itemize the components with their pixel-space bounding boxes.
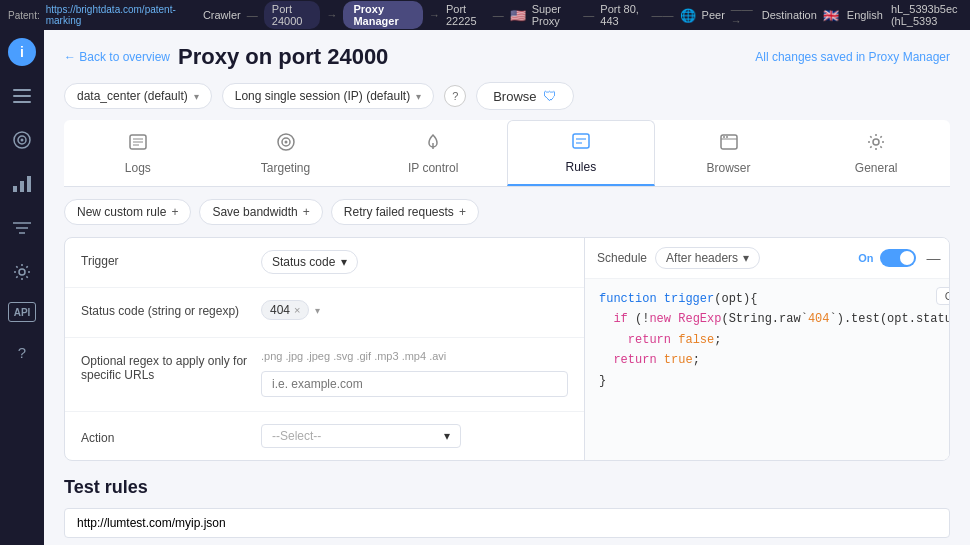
session-type-chevron-icon: ▾ (416, 91, 421, 102)
sidebar-item-filters[interactable] (8, 214, 36, 242)
session-type-label: Long single session (IP) (default) (235, 89, 410, 103)
browser-icon (719, 132, 739, 157)
ip-control-icon (423, 132, 443, 157)
code-header: Schedule After headers ▾ On — (585, 238, 950, 279)
tab-browser[interactable]: Browser (655, 120, 803, 186)
test-url-input[interactable] (64, 508, 950, 538)
schedule-select[interactable]: After headers ▾ (655, 247, 760, 269)
toggle-on-label: On (858, 252, 873, 264)
page: ← Back to overview Proxy on port 24000 A… (44, 30, 970, 545)
optional-regex-row: Optional regex to apply only for specifi… (65, 338, 584, 412)
code-line-1: function trigger(opt){ (599, 289, 950, 309)
save-bandwidth-button[interactable]: Save bandwidth + (199, 199, 322, 225)
action-row: Action --Select-- ▾ (65, 412, 584, 460)
code-line-5: } (599, 371, 950, 391)
sidebar-item-info[interactable]: i (8, 38, 36, 66)
tab-general-label: General (855, 161, 898, 175)
new-custom-rule-button[interactable]: New custom rule + (64, 199, 191, 225)
bc-destination: Destination (762, 9, 817, 21)
code-controls: On — × (858, 246, 950, 270)
trigger-select-label: Status code (272, 255, 335, 269)
extension-hints: .png .jpg .jpeg .svg .gif .mp3 .mp4 .avi (261, 350, 568, 362)
sidebar-item-api[interactable]: API (8, 302, 36, 322)
browse-icon: 🛡 (543, 88, 557, 104)
tab-general[interactable]: General (802, 120, 950, 186)
rule-panel: Trigger Status code ▾ Status code (strin… (64, 237, 950, 461)
schedule-area: Schedule After headers ▾ (597, 247, 760, 269)
page-header: ← Back to overview Proxy on port 24000 A… (64, 44, 950, 70)
tab-logs[interactable]: Logs (64, 120, 212, 186)
logs-icon (128, 132, 148, 157)
sidebar-item-menu[interactable] (8, 82, 36, 110)
info-button[interactable]: ? (444, 85, 466, 107)
new-custom-rule-plus-icon: + (171, 205, 178, 219)
copy-button[interactable]: Copy (936, 287, 950, 305)
proxy-type-chevron-icon: ▾ (194, 91, 199, 102)
status-code-row: Status code (string or regexp) 404 × ▾ (65, 288, 584, 338)
bc-arrow-4: — (493, 9, 504, 21)
svg-point-27 (726, 136, 728, 138)
targeting-icon (276, 132, 296, 157)
sidebar-item-settings[interactable] (8, 258, 36, 286)
trigger-select[interactable]: Status code ▾ (261, 250, 358, 274)
sidebar-item-target[interactable] (8, 126, 36, 154)
back-link[interactable]: ← Back to overview (64, 50, 170, 64)
retry-failed-button[interactable]: Retry failed requests + (331, 199, 479, 225)
top-bar: Patent: https://brightdata.com/patent-ma… (0, 0, 970, 30)
general-icon (866, 132, 886, 157)
rule-code-panel: Schedule After headers ▾ On — (585, 238, 950, 460)
patent-link[interactable]: https://brightdata.com/patent-marking (46, 4, 176, 26)
controls-row: data_center (default) ▾ Long single sess… (64, 82, 950, 110)
browse-label: Browse (493, 89, 536, 104)
minimize-button[interactable]: — (922, 246, 946, 270)
status-code-label: Status code (string or regexp) (81, 300, 261, 318)
bc-proxy-manager: Proxy Manager (343, 1, 423, 29)
bc-arrow-1: — (247, 9, 258, 21)
status-code-value-area: 404 × ▾ (261, 300, 568, 320)
tab-targeting-label: Targeting (261, 161, 310, 175)
optional-regex-label: Optional regex to apply only for specifi… (81, 350, 261, 397)
proxy-type-select[interactable]: data_center (default) ▾ (64, 83, 212, 109)
bc-arrow-5: — (583, 9, 594, 21)
tab-ip-control[interactable]: IP control (359, 120, 507, 186)
tab-rules[interactable]: Rules (507, 120, 655, 186)
sidebar-item-chart[interactable] (8, 170, 36, 198)
svg-point-19 (284, 140, 287, 143)
bc-language: English (847, 9, 883, 21)
trigger-value-area: Status code ▾ (261, 250, 568, 274)
bc-arrow-3: → (429, 9, 440, 21)
tab-targeting[interactable]: Targeting (212, 120, 360, 186)
tab-rules-label: Rules (566, 160, 597, 174)
tab-browser-label: Browser (707, 161, 751, 175)
action-select-label: --Select-- (272, 429, 321, 443)
action-label: Action (81, 427, 261, 445)
main-content: ← Back to overview Proxy on port 24000 A… (44, 30, 970, 545)
bc-port-2: Port 22225 (446, 3, 487, 27)
status-code-clear-icon[interactable]: × (294, 304, 300, 316)
layout: i API ? ← Back to overview Proxy on port… (0, 30, 970, 545)
retry-failed-plus-icon: + (459, 205, 466, 219)
action-buttons: New custom rule + Save bandwidth + Retry… (64, 199, 950, 225)
sidebar-item-help[interactable]: ? (8, 338, 36, 366)
status-code-value: 404 (270, 303, 290, 317)
save-bandwidth-label: Save bandwidth (212, 205, 297, 219)
svg-rect-21 (573, 134, 589, 148)
bc-flag: 🇺🇸 (510, 8, 526, 23)
page-title-area: ← Back to overview Proxy on port 24000 (64, 44, 388, 70)
status-code-down-icon[interactable]: ▾ (315, 305, 320, 316)
session-type-select[interactable]: Long single session (IP) (default) ▾ (222, 83, 434, 109)
svg-point-28 (873, 139, 879, 145)
status-code-tag: 404 × (261, 300, 309, 320)
test-rules-section: Test rules 🗑 + (64, 477, 950, 545)
browse-button[interactable]: Browse 🛡 (476, 82, 573, 110)
patent-text: Patent: (8, 10, 40, 21)
toggle-switch[interactable] (880, 249, 916, 267)
rules-icon (571, 131, 591, 156)
svg-point-5 (21, 139, 24, 142)
url-regex-input[interactable] (261, 371, 568, 397)
trigger-select-chevron-icon: ▾ (341, 255, 347, 269)
svg-rect-6 (13, 186, 17, 192)
proxy-type-label: data_center (default) (77, 89, 188, 103)
bc-port-1: Port 24000 (264, 1, 321, 29)
action-select[interactable]: --Select-- ▾ (261, 424, 461, 448)
